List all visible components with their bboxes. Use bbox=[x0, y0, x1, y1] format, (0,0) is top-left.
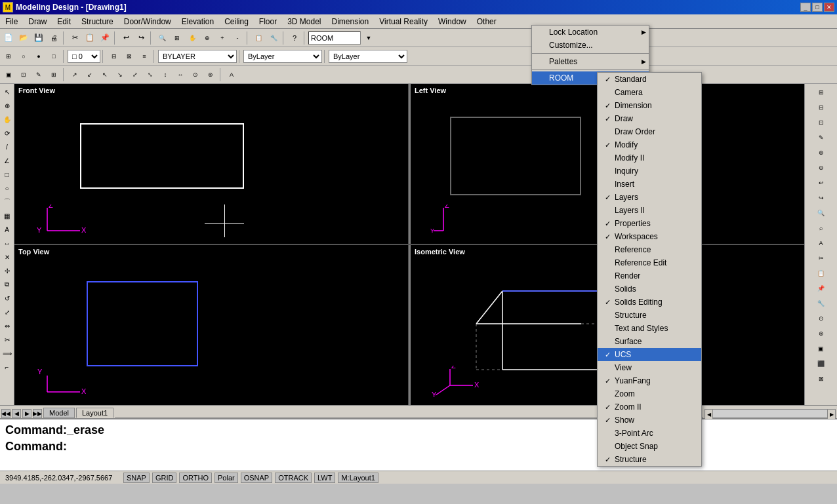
tb-copy[interactable]: 📋 bbox=[83, 31, 97, 45]
tool-scale[interactable]: ⤢ bbox=[1, 305, 14, 319]
maximize-button[interactable]: □ bbox=[812, 3, 823, 12]
tool-move[interactable]: ✢ bbox=[1, 264, 14, 277]
sub-inquiry[interactable]: Inquiry bbox=[598, 165, 701, 178]
tool-fillet[interactable]: ⌐ bbox=[1, 360, 14, 374]
tool-text[interactable]: A bbox=[1, 223, 14, 236]
tool-hatch[interactable]: ▦ bbox=[1, 209, 14, 222]
tb-matchprop[interactable]: 🔧 bbox=[266, 31, 281, 45]
tb2-4[interactable]: □ bbox=[47, 49, 61, 64]
menu-edit[interactable]: Edit bbox=[52, 14, 76, 28]
tb-zoom-all[interactable]: ⊕ bbox=[200, 31, 214, 45]
rs-12[interactable]: ✂ bbox=[814, 251, 828, 265]
sub-structure2[interactable]: ✓ Structure bbox=[598, 453, 701, 466]
menu-floor[interactable]: Floor bbox=[254, 14, 282, 28]
sub-properties[interactable]: ✓ Properties bbox=[598, 217, 701, 230]
tb2-layers[interactable]: ⊟ bbox=[107, 49, 121, 64]
tb-zoom-extents[interactable]: ⊞ bbox=[170, 31, 184, 45]
tb3-6[interactable]: ↙ bbox=[83, 68, 97, 82]
menu-virtualreality[interactable]: Virtual Reality bbox=[374, 14, 433, 28]
command-area[interactable]: Command:_erase Command: bbox=[0, 418, 837, 471]
rs-8[interactable]: ↪ bbox=[814, 191, 828, 205]
status-osnap[interactable]: OSNAP bbox=[241, 473, 273, 483]
tab-nav-next[interactable]: ▶ bbox=[22, 409, 31, 418]
rs-15[interactable]: 🔧 bbox=[814, 296, 828, 311]
tb3-7[interactable]: ↖ bbox=[98, 68, 112, 82]
rs-20[interactable]: ⊠ bbox=[814, 372, 828, 386]
tb2-layer3[interactable]: ≡ bbox=[137, 49, 152, 64]
tb2-3[interactable]: ● bbox=[31, 49, 46, 64]
tab-nav-prev[interactable]: ◀ bbox=[12, 409, 21, 418]
h-scrollbar[interactable]: ◀ ▶ bbox=[704, 409, 836, 418]
menu-3dmodel[interactable]: 3D Model bbox=[282, 14, 326, 28]
tb-zoom-in[interactable]: + bbox=[215, 31, 230, 45]
tool-mirror[interactable]: ⇔ bbox=[1, 319, 14, 332]
tool-copy[interactable]: ⧉ bbox=[1, 278, 14, 291]
sub-layers[interactable]: ✓ Layers bbox=[598, 191, 701, 204]
tb3-14[interactable]: ⊚ bbox=[203, 68, 218, 82]
tb2-2[interactable]: ○ bbox=[16, 49, 31, 64]
tb-pan[interactable]: ✋ bbox=[185, 31, 199, 45]
sub-show[interactable]: ✓ Show bbox=[598, 414, 701, 427]
rs-6[interactable]: ⊖ bbox=[814, 161, 828, 175]
tb3-8[interactable]: ↘ bbox=[113, 68, 127, 82]
tool-circle[interactable]: ○ bbox=[1, 182, 14, 195]
status-otrack[interactable]: OTRACK bbox=[275, 473, 312, 483]
tb-room-search[interactable]: ▼ bbox=[361, 31, 376, 45]
sub-3point-arc[interactable]: 3-Point Arc bbox=[598, 427, 701, 440]
tb-new[interactable]: 📄 bbox=[1, 31, 16, 45]
menu-draw[interactable]: Draw bbox=[23, 14, 52, 28]
rs-2[interactable]: ⊟ bbox=[814, 100, 828, 115]
tb-print[interactable]: 🖨 bbox=[47, 31, 61, 45]
tb-zoom-out[interactable]: - bbox=[230, 31, 245, 45]
tb2-1[interactable]: ⊞ bbox=[1, 49, 16, 64]
sub-structure[interactable]: Structure bbox=[598, 309, 701, 322]
sub-modify-ii[interactable]: Modify II bbox=[598, 151, 701, 165]
sub-reference[interactable]: Reference bbox=[598, 243, 701, 256]
tool-line[interactable]: / bbox=[1, 140, 14, 153]
rs-9[interactable]: 🔍 bbox=[814, 206, 828, 220]
tool-polyline[interactable]: ∠ bbox=[1, 154, 14, 167]
tb-help[interactable]: ? bbox=[287, 31, 302, 45]
menu-ceiling[interactable]: Ceiling bbox=[219, 14, 254, 28]
rs-14[interactable]: 📌 bbox=[814, 281, 828, 296]
status-grid[interactable]: GRID bbox=[152, 473, 177, 483]
menu-dimension[interactable]: Dimension bbox=[327, 14, 375, 28]
layer-number-dropdown[interactable]: □ 0 bbox=[68, 50, 100, 63]
sub-draw[interactable]: ✓ Draw bbox=[598, 112, 701, 125]
tool-select[interactable]: ↖ bbox=[1, 85, 14, 98]
sub-text-styles[interactable]: Text and Styles bbox=[598, 322, 701, 335]
menu-door-window[interactable]: Door/Window bbox=[119, 14, 176, 28]
status-polar[interactable]: Polar bbox=[214, 473, 238, 483]
rs-19[interactable]: ⬛ bbox=[814, 357, 828, 371]
tool-pan[interactable]: ✋ bbox=[1, 113, 14, 126]
rs-1[interactable]: ⊞ bbox=[814, 85, 828, 100]
sub-dimension[interactable]: ✓ Dimension bbox=[598, 99, 701, 112]
sub-surface[interactable]: Surface bbox=[598, 335, 701, 348]
tab-model[interactable]: Model bbox=[43, 408, 75, 418]
sub-insert[interactable]: Insert bbox=[598, 178, 701, 191]
menu-other[interactable]: Other bbox=[472, 14, 502, 28]
tb3-11[interactable]: ↕ bbox=[158, 68, 173, 82]
status-model[interactable]: M:Layout1 bbox=[338, 473, 378, 483]
tb2-layerprop[interactable]: ⊠ bbox=[122, 49, 136, 64]
tb3-5[interactable]: ↗ bbox=[68, 68, 82, 82]
rs-18[interactable]: ▣ bbox=[814, 341, 828, 356]
menu-window[interactable]: Window bbox=[433, 14, 472, 28]
tool-extend[interactable]: ⟹ bbox=[1, 347, 14, 360]
sub-layers-ii[interactable]: Layers II bbox=[598, 204, 701, 217]
tb-properties[interactable]: 📋 bbox=[251, 31, 266, 45]
sub-object-snap[interactable]: Object Snap bbox=[598, 440, 701, 453]
sub-solids-editing[interactable]: ✓ Solids Editing bbox=[598, 296, 701, 309]
tb3-3[interactable]: ✎ bbox=[31, 68, 46, 82]
sub-standard[interactable]: ✓ Standard bbox=[598, 73, 701, 86]
room-input[interactable]: ROOM bbox=[308, 31, 361, 45]
tb-cut[interactable]: ✂ bbox=[68, 31, 82, 45]
menu-structure[interactable]: Structure bbox=[76, 14, 119, 28]
sub-solids[interactable]: Solids bbox=[598, 282, 701, 296]
minimize-button[interactable]: _ bbox=[800, 3, 811, 12]
sub-workspaces[interactable]: ✓ Workspaces bbox=[598, 230, 701, 243]
ctx-palettes[interactable]: Palettes bbox=[532, 55, 649, 68]
tb3-1[interactable]: ▣ bbox=[1, 68, 16, 82]
layer-bylayer-dropdown[interactable]: BYLAYER bbox=[158, 50, 237, 63]
sub-zoom-ii[interactable]: ✓ Zoom II bbox=[598, 400, 701, 414]
